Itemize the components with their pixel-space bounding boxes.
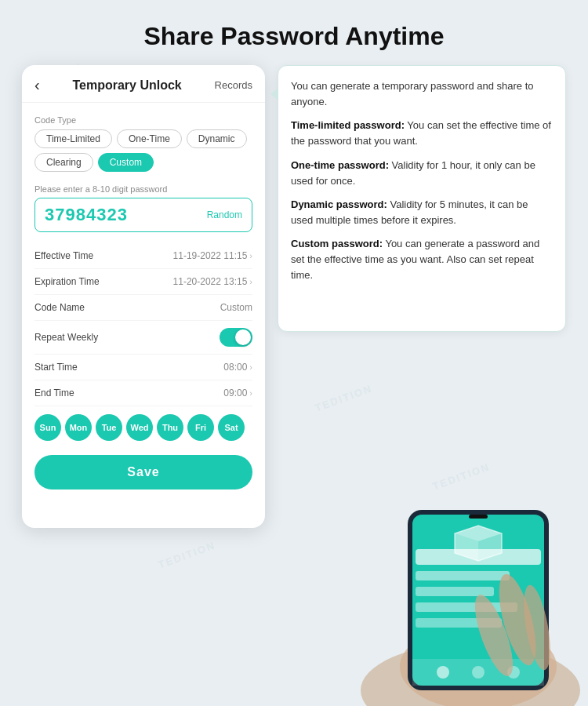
expiration-time-row: Expiration Time 11-20-2022 13:15 › — [34, 269, 252, 295]
page-title: Share Password Anytime — [0, 0, 588, 65]
start-time-row: Start Time 08:00 › — [34, 355, 252, 380]
day-thu[interactable]: Thu — [157, 414, 183, 441]
code-name-label: Code Name — [34, 302, 85, 313]
day-sun[interactable]: Sun — [34, 414, 61, 441]
code-type-custom[interactable]: Custom — [98, 153, 154, 172]
code-name-row: Code Name Custom — [34, 295, 252, 321]
code-type-time-limited[interactable]: Time-Limited — [34, 129, 112, 148]
start-time-value[interactable]: 08:00 › — [223, 362, 252, 373]
phone-header: ‹ Temporary Unlock Records — [22, 65, 265, 103]
code-type-row: Time-Limited One-Time Dynamic Clearing C… — [34, 129, 252, 172]
end-time-value[interactable]: 09:00 › — [223, 388, 252, 398]
effective-time-value[interactable]: 11-19-2022 11:15 › — [173, 250, 252, 261]
chevron-icon: › — [249, 251, 252, 260]
day-mon[interactable]: Mon — [65, 414, 92, 441]
info-panel: You can generate a temporary password an… — [278, 65, 566, 332]
code-type-one-time[interactable]: One-Time — [117, 129, 182, 148]
end-time-label: End Time — [34, 388, 74, 398]
code-type-dynamic[interactable]: Dynamic — [187, 129, 247, 148]
back-button[interactable]: ‹ — [34, 76, 40, 94]
svg-point-10 — [437, 666, 449, 679]
repeat-weekly-toggle[interactable] — [220, 328, 252, 347]
watermark: TEDITION — [157, 539, 217, 570]
info-one-time: One-time password: Validity for 1 hour, … — [291, 158, 553, 189]
info-one-time-bold: One-time password: — [291, 159, 389, 171]
repeat-weekly-label: Repeat Weekly — [34, 332, 98, 343]
effective-time-label: Effective Time — [34, 250, 93, 261]
day-sat[interactable]: Sat — [218, 414, 245, 441]
svg-rect-6 — [416, 587, 494, 596]
password-label: Please enter a 8-10 digit password — [34, 184, 252, 194]
day-tue[interactable]: Tue — [96, 414, 122, 441]
day-fri[interactable]: Fri — [187, 414, 214, 441]
code-type-clearing[interactable]: Clearing — [34, 153, 93, 172]
code-type-label: Code Type — [34, 115, 252, 125]
save-button[interactable]: Save — [34, 455, 252, 489]
phone-card: ‹ Temporary Unlock Records Code Type Tim… — [22, 65, 265, 528]
random-button[interactable]: Random — [207, 209, 242, 220]
records-link[interactable]: Records — [215, 79, 252, 91]
expiration-time-label: Expiration Time — [34, 276, 100, 287]
repeat-weekly-row: Repeat Weekly — [34, 321, 252, 355]
content-row: ‹ Temporary Unlock Records Code Type Tim… — [0, 65, 588, 528]
effective-time-row: Effective Time 11-19-2022 11:15 › — [34, 243, 252, 269]
day-wed[interactable]: Wed — [126, 414, 153, 441]
code-name-value: Custom — [220, 302, 252, 313]
chevron-icon: › — [249, 277, 252, 286]
header-title: Temporary Unlock — [72, 78, 181, 93]
info-custom: Custom password: You can generate a pass… — [291, 236, 553, 283]
chevron-icon: › — [249, 388, 252, 398]
info-time-limited: Time-limited password: You can set the e… — [291, 118, 553, 149]
info-intro: You can generate a temporary password an… — [291, 78, 553, 110]
days-row: Sun Mon Tue Wed Thu Fri Sat — [34, 414, 252, 441]
svg-point-11 — [472, 666, 485, 679]
expiration-time-value[interactable]: 11-20-2022 13:15 › — [173, 276, 252, 287]
chevron-icon: › — [249, 362, 252, 372]
info-time-limited-bold: Time-limited password: — [291, 119, 405, 131]
end-time-row: End Time 09:00 › — [34, 380, 252, 406]
svg-rect-5 — [416, 571, 510, 580]
info-dynamic-bold: Dynamic password: — [291, 198, 387, 210]
password-value: 37984323 — [45, 205, 128, 225]
info-dynamic: Dynamic password: Validity for 5 minutes… — [291, 197, 553, 228]
info-custom-bold: Custom password: — [291, 238, 383, 249]
start-time-label: Start Time — [34, 362, 78, 373]
phone-body: Code Type Time-Limited One-Time Dynamic … — [22, 103, 265, 528]
password-input-row: 37984323 Random — [34, 198, 252, 232]
